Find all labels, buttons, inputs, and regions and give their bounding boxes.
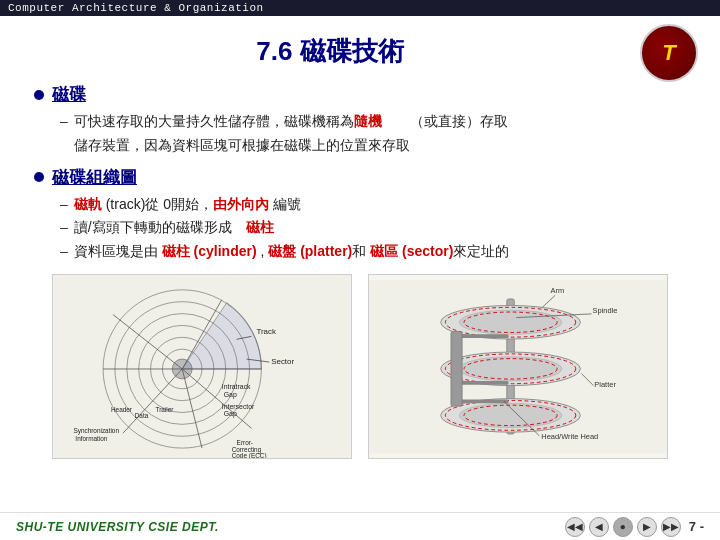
bottom-nav: ◀◀ ◀ ● ▶ ▶▶ 7 - <box>565 517 704 537</box>
svg-point-36 <box>459 310 561 334</box>
svg-text:Intersector: Intersector <box>222 403 255 410</box>
sub-item-2-3: 資料區塊是由 磁柱 (cylinder) , 磁盤 (platter)和 磁區 … <box>60 240 690 264</box>
page-title: 7.6 磁碟技術 <box>30 34 690 69</box>
sub-item-2-2: 讀/寫頭下轉動的磁碟形成 磁柱 <box>60 216 690 240</box>
disk-platter-diagram: Arm <box>368 274 668 459</box>
svg-text:Arm: Arm <box>551 286 565 295</box>
nav-next[interactable]: ▶ <box>637 517 657 537</box>
top-bar: Computer Architecture & Organization <box>0 0 720 16</box>
bullet-title-2: 磁碟組織圖 <box>52 166 137 189</box>
sub-item-2-1: 磁軌 (track)從 0開始，由外向內 編號 <box>60 193 690 217</box>
svg-text:Spindle: Spindle <box>593 306 618 315</box>
svg-rect-47 <box>457 334 508 338</box>
bullet-section-1: 磁碟 可快速存取的大量持久性儲存體，磁碟機稱為隨機 （或直接）存取 儲存裝置，因… <box>30 83 690 158</box>
nav-first[interactable]: ◀◀ <box>565 517 585 537</box>
svg-text:Code (ECC): Code (ECC) <box>232 452 267 458</box>
nav-last[interactable]: ▶▶ <box>661 517 681 537</box>
sub-item-1-1: 可快速存取的大量持久性儲存體，磁碟機稱為隨機 （或直接）存取 儲存裝置，因為資料… <box>60 110 690 158</box>
sub-text-2-1: 磁軌 (track)從 0開始，由外向內 編號 <box>74 193 301 217</box>
topbar-label: Computer Architecture & Organization <box>8 2 264 14</box>
svg-rect-49 <box>457 400 508 404</box>
svg-text:Information: Information <box>75 435 107 442</box>
sub-text-2-2: 讀/寫頭下轉動的磁碟形成 磁柱 <box>74 216 274 240</box>
svg-point-40 <box>459 357 561 381</box>
svg-text:Trailer: Trailer <box>156 405 175 412</box>
svg-text:Gap: Gap <box>224 410 237 418</box>
disk-track-diagram: Track Sector Intersector Gap Intratrack … <box>52 274 352 459</box>
svg-text:Gap: Gap <box>224 391 237 399</box>
svg-text:Sector: Sector <box>271 357 294 366</box>
svg-point-44 <box>459 403 561 427</box>
sub-text-2-3: 資料區塊是由 磁柱 (cylinder) , 磁盤 (platter)和 磁區 … <box>74 240 510 264</box>
bullet-dot-1 <box>34 90 44 100</box>
svg-text:Head/Write Head: Head/Write Head <box>541 432 598 441</box>
svg-text:Synchronization: Synchronization <box>73 427 119 435</box>
university-label: SHU-TE UNIVERSITY CSIE DEPT. <box>16 520 219 534</box>
svg-text:Header: Header <box>111 405 133 412</box>
svg-text:Intratrack: Intratrack <box>222 383 251 390</box>
logo-letter: T <box>662 40 675 66</box>
sub-text-1-1: 可快速存取的大量持久性儲存體，磁碟機稱為隨機 （或直接）存取 儲存裝置，因為資料… <box>74 110 508 158</box>
logo: T <box>640 24 700 84</box>
page-number: 7 - <box>689 519 704 534</box>
svg-text:Track: Track <box>256 327 276 336</box>
nav-prev[interactable]: ◀ <box>589 517 609 537</box>
svg-rect-48 <box>457 381 508 385</box>
images-row: Track Sector Intersector Gap Intratrack … <box>30 274 690 459</box>
bullet-dot-2 <box>34 172 44 182</box>
svg-text:Data: Data <box>135 412 149 419</box>
svg-text:Platter: Platter <box>594 380 616 389</box>
bottom-bar: SHU-TE UNIVERSITY CSIE DEPT. ◀◀ ◀ ● ▶ ▶▶… <box>0 512 720 540</box>
nav-current[interactable]: ● <box>613 517 633 537</box>
svg-rect-50 <box>451 332 462 407</box>
bullet-section-2: 磁碟組織圖 磁軌 (track)從 0開始，由外向內 編號 讀/寫頭下轉動的磁碟… <box>30 166 690 264</box>
bullet-title-1: 磁碟 <box>52 83 86 106</box>
